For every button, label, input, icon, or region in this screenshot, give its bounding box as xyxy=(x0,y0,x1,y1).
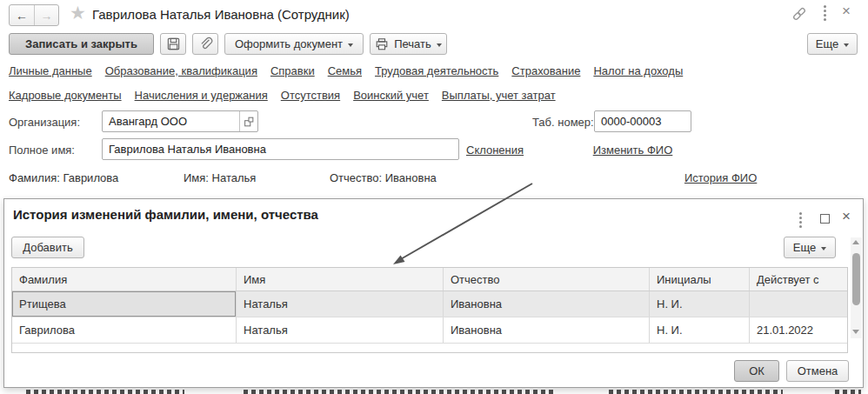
forward-button[interactable]: → xyxy=(34,5,58,25)
tab-certificates[interactable]: Справки xyxy=(270,64,315,77)
table-row[interactable]: Ртищева Наталья Ивановна Н. И. xyxy=(12,291,847,317)
back-button[interactable]: ← xyxy=(10,5,34,25)
page-title: Гаврилова Наталья Ивановна (Сотрудник) xyxy=(92,7,350,22)
add-button[interactable]: Добавить xyxy=(11,237,84,258)
change-fio-link[interactable]: Изменить ФИО xyxy=(593,144,673,157)
tab-accruals[interactable]: Начисления и удержания xyxy=(135,89,268,102)
surname-value: Гаврилова xyxy=(63,171,118,184)
name-readonly: Имя: Наталья xyxy=(184,171,256,184)
dialog-maximize-icon[interactable] xyxy=(820,214,830,224)
name-value: Наталья xyxy=(212,171,257,184)
employee-card-window: ← → ★ Гаврилова Наталья Ивановна (Сотруд… xyxy=(0,0,868,394)
clipped-background-text xyxy=(244,390,557,394)
column-header-patronymic[interactable]: Отчество xyxy=(444,268,650,290)
more-options-dots-icon[interactable] xyxy=(824,10,826,12)
tab-number-field[interactable]: 0000-00003 xyxy=(594,110,691,132)
table-cell-current[interactable]: Ртищева xyxy=(12,291,237,317)
paperclip-icon xyxy=(198,37,213,51)
printer-icon xyxy=(375,37,389,51)
tab-education[interactable]: Образование, квалификация xyxy=(105,64,257,77)
tab-military[interactable]: Воинский учет xyxy=(353,89,429,102)
fio-history-link[interactable]: История ФИО xyxy=(684,171,757,184)
table-cell[interactable]: Н. И. xyxy=(650,317,750,343)
column-header-surname[interactable]: Фамилия xyxy=(12,268,237,290)
chevron-down-icon xyxy=(348,43,353,47)
tab-insurance[interactable]: Страхование xyxy=(511,64,580,77)
save-and-close-button[interactable]: Записать и закрыть xyxy=(9,33,154,55)
table-cell[interactable]: Ивановна xyxy=(444,317,650,343)
fullname-field[interactable]: Гаврилова Наталья Ивановна xyxy=(102,138,459,160)
open-organization-icon[interactable] xyxy=(239,111,257,131)
column-header-valid-from[interactable]: Действует с xyxy=(750,268,847,290)
scroll-down-icon[interactable] xyxy=(852,330,859,334)
surname-label: Фамилия: xyxy=(9,171,60,184)
more-button[interactable]: Еще xyxy=(807,33,858,55)
table-cell[interactable] xyxy=(750,291,847,317)
save-button[interactable] xyxy=(160,33,186,55)
column-header-name[interactable]: Имя xyxy=(237,268,444,290)
tab-income-tax[interactable]: Налог на доходы xyxy=(593,64,683,77)
cancel-button[interactable]: Отмена xyxy=(786,360,849,382)
make-document-button[interactable]: Оформить документ xyxy=(224,33,364,55)
tab-number-label: Таб. номер: xyxy=(532,116,594,129)
section-links-row1: Личные данные Образование, квалификация … xyxy=(9,64,683,77)
tab-family[interactable]: Семья xyxy=(328,64,362,77)
surname-readonly: Фамилия: Гаврилова xyxy=(9,171,118,184)
forward-arrow-icon: → xyxy=(41,9,53,23)
tab-hr-documents[interactable]: Кадровые документы xyxy=(9,89,122,102)
chevron-down-icon xyxy=(821,247,826,250)
tab-work-activity[interactable]: Трудовая деятельность xyxy=(375,64,498,77)
section-links-row2: Кадровые документы Начисления и удержани… xyxy=(9,89,556,102)
patronymic-readonly: Отчество: Ивановна xyxy=(330,171,437,184)
floppy-disk-icon xyxy=(166,37,181,51)
dialog-more-dots-icon[interactable] xyxy=(799,217,802,219)
clipped-background-text xyxy=(835,390,861,394)
tab-personal-data[interactable]: Личные данные xyxy=(9,64,92,77)
table-header-row: Фамилия Имя Отчество Инициалы Действует … xyxy=(12,268,847,291)
table-scrollbar[interactable] xyxy=(851,237,862,338)
table-cell[interactable]: Гаврилова xyxy=(12,317,237,343)
back-arrow-icon: ← xyxy=(16,9,28,23)
tab-payments[interactable]: Выплаты, учет затрат xyxy=(442,89,556,102)
name-label: Имя: xyxy=(184,171,209,184)
favorite-star-icon[interactable]: ★ xyxy=(70,3,86,22)
dialog-more-button[interactable]: Еще xyxy=(784,237,836,258)
attachments-button[interactable] xyxy=(192,33,218,55)
chevron-down-icon xyxy=(437,43,442,47)
clipped-background-text xyxy=(609,390,783,394)
history-nav-group: ← → xyxy=(9,4,59,26)
chevron-down-icon xyxy=(844,43,849,47)
tab-absences[interactable]: Отсутствия xyxy=(281,89,340,102)
declensions-link[interactable]: Склонения xyxy=(466,144,524,157)
clipped-background-text xyxy=(26,390,184,394)
column-header-initials[interactable]: Инициалы xyxy=(650,268,750,290)
scrollbar-thumb[interactable] xyxy=(852,253,860,305)
table-row[interactable]: Гаврилова Наталья Ивановна Н. И. 21.01.2… xyxy=(12,317,847,344)
close-window-icon[interactable]: × xyxy=(842,3,851,20)
table-cell[interactable]: Наталья xyxy=(237,291,444,317)
scroll-up-icon[interactable] xyxy=(852,240,859,244)
ok-button[interactable]: ОК xyxy=(734,360,779,382)
fullname-label: Полное имя: xyxy=(9,144,75,157)
fio-history-dialog: История изменений фамилии, имени, отчест… xyxy=(3,198,864,388)
patronymic-label: Отчество: xyxy=(330,171,382,184)
dialog-close-icon[interactable]: × xyxy=(842,208,851,225)
table-cell[interactable]: Наталья xyxy=(237,317,444,343)
patronymic-value: Ивановна xyxy=(385,171,437,184)
organization-field[interactable]: Авангард ООО xyxy=(102,110,258,132)
organization-label: Организация: xyxy=(9,116,80,129)
table-cell[interactable]: 21.01.2022 xyxy=(750,317,847,343)
get-link-icon[interactable] xyxy=(791,6,807,22)
print-button[interactable]: Печать xyxy=(370,33,447,55)
table-cell[interactable]: Н. И. xyxy=(650,291,750,317)
table-cell[interactable]: Ивановна xyxy=(444,291,650,317)
dialog-title: История изменений фамилии, имени, отчест… xyxy=(13,207,318,222)
fio-history-table: Фамилия Имя Отчество Инициалы Действует … xyxy=(11,267,848,353)
